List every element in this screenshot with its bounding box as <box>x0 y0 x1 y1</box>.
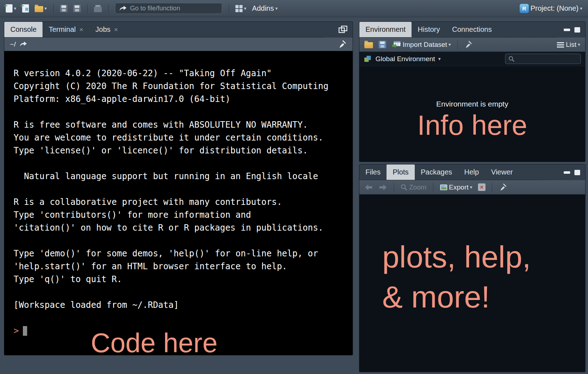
console-line: R version 4.0.2 (2020-06-22) -- "Taking … <box>14 67 353 80</box>
goto-directory-icon[interactable] <box>19 41 27 48</box>
environment-empty-message: Environment is empty <box>359 100 585 108</box>
tab-connections[interactable]: Connections <box>446 22 498 37</box>
maximize-icon[interactable] <box>574 170 580 175</box>
tab-label: Terminal <box>49 25 76 34</box>
back-arrow-icon <box>364 184 373 191</box>
environment-scope-label[interactable]: Global Environment <box>375 55 435 63</box>
panes-icon[interactable] <box>338 25 348 34</box>
new-project-button[interactable]: R <box>21 3 30 14</box>
plots-content: plots, help, & more! <box>359 195 585 372</box>
caret-down-icon: ▾ <box>14 6 16 11</box>
tab-files[interactable]: Files <box>359 164 387 180</box>
plots-toolbar: Zoom Export ▾ × <box>359 180 585 195</box>
close-icon[interactable]: × <box>79 26 83 33</box>
console-line: Copyright (C) 2020 The R Foundation for … <box>14 80 353 93</box>
remove-plot-button[interactable]: × <box>477 182 487 192</box>
tab-plots[interactable]: Plots <box>387 164 414 180</box>
export-button[interactable]: Export ▾ <box>438 182 474 192</box>
tab-label: Files <box>365 168 380 176</box>
minimize-icon[interactable] <box>564 171 570 174</box>
text-cursor-icon <box>23 326 27 336</box>
plots-tabbar: Files Plots Packages Help Viewer <box>359 164 585 180</box>
tab-environment[interactable]: Environment <box>359 22 412 37</box>
list-view-label: List <box>566 41 577 49</box>
console-line <box>14 311 353 324</box>
clear-all-plots-button[interactable] <box>497 182 509 193</box>
tab-label: Packages <box>421 168 452 176</box>
caret-down-icon: ▾ <box>470 185 473 190</box>
save-all-icon <box>73 5 81 12</box>
console-line: 'help.start()' for an HTML browser inter… <box>14 260 353 273</box>
tab-history[interactable]: History <box>412 22 446 37</box>
console-line <box>14 183 353 196</box>
export-label: Export <box>449 183 469 191</box>
tab-label: Viewer <box>491 168 513 176</box>
project-menu-button[interactable]: R Project: (None) ▾ <box>518 3 584 14</box>
clear-broom-icon <box>499 183 507 192</box>
save-icon <box>60 5 68 12</box>
tab-label: Jobs <box>95 25 110 34</box>
tab-label: Help <box>464 168 479 176</box>
toolbar-separator <box>53 4 54 13</box>
open-file-button[interactable]: ▾ <box>33 4 49 13</box>
console-line: Type 'demo()' for some demos, 'help()' f… <box>14 247 353 260</box>
list-view-button[interactable]: List ▾ <box>555 40 582 50</box>
console-window-buttons <box>325 22 353 38</box>
import-dataset-button[interactable]: Import Dataset ▾ <box>390 40 452 50</box>
environment-search-input[interactable] <box>517 56 574 62</box>
maximize-icon[interactable] <box>574 27 580 33</box>
print-button[interactable] <box>93 4 103 13</box>
toolbar-separator <box>87 4 88 13</box>
console-line: R is a collaborative project with many c… <box>14 196 353 208</box>
print-icon <box>94 7 102 12</box>
global-environment-icon <box>364 55 372 63</box>
console-subtoolbar: ~/ <box>4 38 353 51</box>
tab-console[interactable]: Console <box>4 22 43 37</box>
zoom-magnifier-icon <box>400 184 408 191</box>
previous-plot-button[interactable] <box>363 183 374 192</box>
tab-help[interactable]: Help <box>458 164 485 180</box>
pane-layout-button[interactable]: ▾ <box>234 4 248 13</box>
r-project-icon: R <box>519 4 529 13</box>
remove-plot-icon: × <box>478 183 485 191</box>
toolbar-separator <box>457 40 458 49</box>
next-plot-button[interactable] <box>377 183 389 192</box>
clear-broom-icon <box>464 40 473 49</box>
goto-file-box[interactable] <box>115 3 222 14</box>
new-file-button[interactable]: ▾ <box>4 3 18 14</box>
tab-packages[interactable]: Packages <box>415 164 458 180</box>
tab-viewer[interactable]: Viewer <box>485 164 519 180</box>
load-workspace-button[interactable] <box>363 40 374 49</box>
save-all-button[interactable] <box>72 4 82 13</box>
clear-console-broom-icon[interactable] <box>338 40 347 49</box>
tab-label: Console <box>10 25 36 34</box>
save-button[interactable] <box>59 4 69 13</box>
tab-label: Connections <box>452 25 492 34</box>
environment-scope-row: Global Environment ▾ <box>359 52 585 66</box>
zoom-button[interactable]: Zoom <box>399 182 428 192</box>
r-logo-glyph: R <box>522 5 526 11</box>
goto-file-input[interactable] <box>130 5 212 12</box>
console-output-area[interactable]: R version 4.0.2 (2020-06-22) -- "Taking … <box>4 51 353 355</box>
environment-tabbar: Environment History Connections <box>359 22 585 38</box>
close-icon[interactable]: × <box>114 26 118 33</box>
plots-window-buttons <box>557 164 585 180</box>
tab-terminal[interactable]: Terminal × <box>43 22 89 37</box>
console-prompt: > <box>14 324 19 337</box>
new-file-icon <box>6 4 13 13</box>
environment-search-box[interactable] <box>505 54 581 64</box>
environment-window-buttons <box>557 22 585 38</box>
save-workspace-button[interactable] <box>377 40 388 49</box>
clear-environment-button[interactable] <box>463 39 474 50</box>
console-line: You are welcome to redistribute it under… <box>14 131 353 144</box>
annotation-line-2: & more! <box>382 277 531 317</box>
console-line <box>14 105 353 118</box>
project-label: Project: (None) <box>530 4 579 13</box>
tab-label: Plots <box>393 168 408 176</box>
toolbar-separator <box>433 183 433 192</box>
minimize-icon[interactable] <box>564 29 570 31</box>
tab-jobs[interactable]: Jobs × <box>89 22 124 37</box>
import-dataset-icon <box>392 41 401 49</box>
addins-button[interactable]: Addins ▾ <box>251 3 279 14</box>
console-line: Type 'q()' to quit R. <box>14 273 353 286</box>
